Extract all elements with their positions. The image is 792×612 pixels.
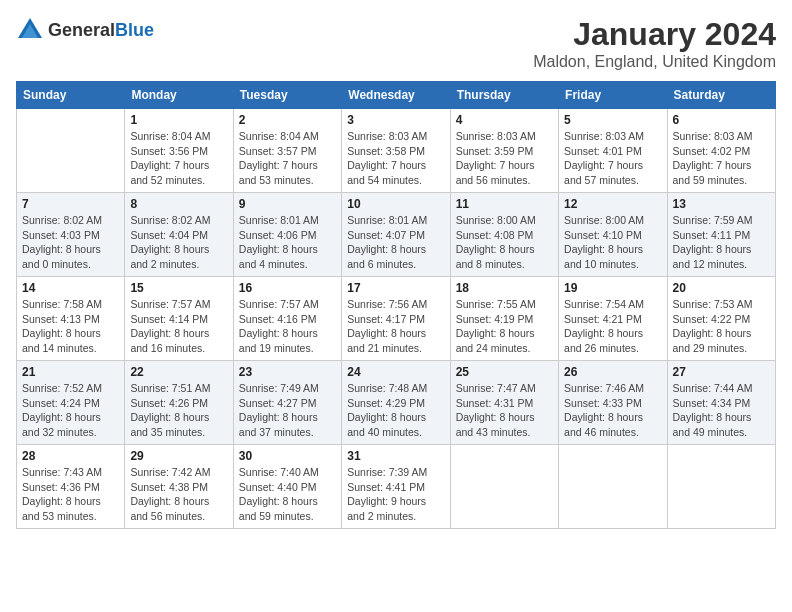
day-number: 3 xyxy=(347,113,444,127)
day-number: 24 xyxy=(347,365,444,379)
calendar-cell: 30Sunrise: 7:40 AMSunset: 4:40 PMDayligh… xyxy=(233,445,341,529)
day-number: 2 xyxy=(239,113,336,127)
cell-text: Sunrise: 7:44 AMSunset: 4:34 PMDaylight:… xyxy=(673,381,770,440)
calendar-cell: 23Sunrise: 7:49 AMSunset: 4:27 PMDayligh… xyxy=(233,361,341,445)
day-number: 15 xyxy=(130,281,227,295)
calendar-cell: 5Sunrise: 8:03 AMSunset: 4:01 PMDaylight… xyxy=(559,109,667,193)
logo-icon xyxy=(16,16,44,44)
header-row: SundayMondayTuesdayWednesdayThursdayFrid… xyxy=(17,82,776,109)
cell-text: Sunrise: 8:04 AMSunset: 3:56 PMDaylight:… xyxy=(130,129,227,188)
cell-text: Sunrise: 7:57 AMSunset: 4:16 PMDaylight:… xyxy=(239,297,336,356)
cell-text: Sunrise: 7:46 AMSunset: 4:33 PMDaylight:… xyxy=(564,381,661,440)
day-number: 20 xyxy=(673,281,770,295)
calendar-cell: 7Sunrise: 8:02 AMSunset: 4:03 PMDaylight… xyxy=(17,193,125,277)
calendar-cell: 19Sunrise: 7:54 AMSunset: 4:21 PMDayligh… xyxy=(559,277,667,361)
header-cell-monday: Monday xyxy=(125,82,233,109)
day-number: 5 xyxy=(564,113,661,127)
day-number: 27 xyxy=(673,365,770,379)
calendar-cell: 17Sunrise: 7:56 AMSunset: 4:17 PMDayligh… xyxy=(342,277,450,361)
cell-text: Sunrise: 8:03 AMSunset: 3:59 PMDaylight:… xyxy=(456,129,553,188)
calendar-row-1: 7Sunrise: 8:02 AMSunset: 4:03 PMDaylight… xyxy=(17,193,776,277)
calendar-cell: 21Sunrise: 7:52 AMSunset: 4:24 PMDayligh… xyxy=(17,361,125,445)
calendar-cell: 2Sunrise: 8:04 AMSunset: 3:57 PMDaylight… xyxy=(233,109,341,193)
calendar-cell: 29Sunrise: 7:42 AMSunset: 4:38 PMDayligh… xyxy=(125,445,233,529)
header-cell-sunday: Sunday xyxy=(17,82,125,109)
calendar-cell: 28Sunrise: 7:43 AMSunset: 4:36 PMDayligh… xyxy=(17,445,125,529)
header-cell-tuesday: Tuesday xyxy=(233,82,341,109)
logo: GeneralBlue xyxy=(16,16,154,44)
cell-text: Sunrise: 8:01 AMSunset: 4:07 PMDaylight:… xyxy=(347,213,444,272)
title-area: January 2024 Maldon, England, United Kin… xyxy=(533,16,776,71)
day-number: 19 xyxy=(564,281,661,295)
calendar-cell: 1Sunrise: 8:04 AMSunset: 3:56 PMDaylight… xyxy=(125,109,233,193)
logo-text-blue: Blue xyxy=(115,20,154,40)
header-cell-friday: Friday xyxy=(559,82,667,109)
cell-text: Sunrise: 7:47 AMSunset: 4:31 PMDaylight:… xyxy=(456,381,553,440)
month-title: January 2024 xyxy=(533,16,776,53)
calendar-cell xyxy=(17,109,125,193)
day-number: 10 xyxy=(347,197,444,211)
calendar-cell: 31Sunrise: 7:39 AMSunset: 4:41 PMDayligh… xyxy=(342,445,450,529)
cell-text: Sunrise: 7:57 AMSunset: 4:14 PMDaylight:… xyxy=(130,297,227,356)
header-cell-thursday: Thursday xyxy=(450,82,558,109)
day-number: 25 xyxy=(456,365,553,379)
logo-text-general: General xyxy=(48,20,115,40)
calendar-cell: 22Sunrise: 7:51 AMSunset: 4:26 PMDayligh… xyxy=(125,361,233,445)
cell-text: Sunrise: 7:39 AMSunset: 4:41 PMDaylight:… xyxy=(347,465,444,524)
calendar-cell: 10Sunrise: 8:01 AMSunset: 4:07 PMDayligh… xyxy=(342,193,450,277)
day-number: 13 xyxy=(673,197,770,211)
calendar-row-2: 14Sunrise: 7:58 AMSunset: 4:13 PMDayligh… xyxy=(17,277,776,361)
calendar-row-4: 28Sunrise: 7:43 AMSunset: 4:36 PMDayligh… xyxy=(17,445,776,529)
calendar-cell: 3Sunrise: 8:03 AMSunset: 3:58 PMDaylight… xyxy=(342,109,450,193)
day-number: 21 xyxy=(22,365,119,379)
header-cell-saturday: Saturday xyxy=(667,82,775,109)
calendar-cell: 13Sunrise: 7:59 AMSunset: 4:11 PMDayligh… xyxy=(667,193,775,277)
cell-text: Sunrise: 8:02 AMSunset: 4:04 PMDaylight:… xyxy=(130,213,227,272)
day-number: 18 xyxy=(456,281,553,295)
cell-text: Sunrise: 7:55 AMSunset: 4:19 PMDaylight:… xyxy=(456,297,553,356)
day-number: 26 xyxy=(564,365,661,379)
header-cell-wednesday: Wednesday xyxy=(342,82,450,109)
cell-text: Sunrise: 7:58 AMSunset: 4:13 PMDaylight:… xyxy=(22,297,119,356)
calendar-cell: 18Sunrise: 7:55 AMSunset: 4:19 PMDayligh… xyxy=(450,277,558,361)
day-number: 11 xyxy=(456,197,553,211)
day-number: 28 xyxy=(22,449,119,463)
cell-text: Sunrise: 7:54 AMSunset: 4:21 PMDaylight:… xyxy=(564,297,661,356)
cell-text: Sunrise: 7:42 AMSunset: 4:38 PMDaylight:… xyxy=(130,465,227,524)
cell-text: Sunrise: 7:52 AMSunset: 4:24 PMDaylight:… xyxy=(22,381,119,440)
cell-text: Sunrise: 8:00 AMSunset: 4:10 PMDaylight:… xyxy=(564,213,661,272)
calendar-cell: 26Sunrise: 7:46 AMSunset: 4:33 PMDayligh… xyxy=(559,361,667,445)
calendar-cell: 12Sunrise: 8:00 AMSunset: 4:10 PMDayligh… xyxy=(559,193,667,277)
day-number: 23 xyxy=(239,365,336,379)
day-number: 14 xyxy=(22,281,119,295)
calendar-cell: 11Sunrise: 8:00 AMSunset: 4:08 PMDayligh… xyxy=(450,193,558,277)
calendar-row-3: 21Sunrise: 7:52 AMSunset: 4:24 PMDayligh… xyxy=(17,361,776,445)
calendar-cell: 24Sunrise: 7:48 AMSunset: 4:29 PMDayligh… xyxy=(342,361,450,445)
day-number: 6 xyxy=(673,113,770,127)
cell-text: Sunrise: 8:03 AMSunset: 4:01 PMDaylight:… xyxy=(564,129,661,188)
cell-text: Sunrise: 7:40 AMSunset: 4:40 PMDaylight:… xyxy=(239,465,336,524)
cell-text: Sunrise: 7:49 AMSunset: 4:27 PMDaylight:… xyxy=(239,381,336,440)
day-number: 4 xyxy=(456,113,553,127)
cell-text: Sunrise: 8:03 AMSunset: 3:58 PMDaylight:… xyxy=(347,129,444,188)
cell-text: Sunrise: 8:01 AMSunset: 4:06 PMDaylight:… xyxy=(239,213,336,272)
cell-text: Sunrise: 7:48 AMSunset: 4:29 PMDaylight:… xyxy=(347,381,444,440)
cell-text: Sunrise: 8:03 AMSunset: 4:02 PMDaylight:… xyxy=(673,129,770,188)
calendar-cell: 27Sunrise: 7:44 AMSunset: 4:34 PMDayligh… xyxy=(667,361,775,445)
calendar-cell: 9Sunrise: 8:01 AMSunset: 4:06 PMDaylight… xyxy=(233,193,341,277)
day-number: 22 xyxy=(130,365,227,379)
calendar-cell: 25Sunrise: 7:47 AMSunset: 4:31 PMDayligh… xyxy=(450,361,558,445)
location-title: Maldon, England, United Kingdom xyxy=(533,53,776,71)
day-number: 9 xyxy=(239,197,336,211)
day-number: 7 xyxy=(22,197,119,211)
cell-text: Sunrise: 7:59 AMSunset: 4:11 PMDaylight:… xyxy=(673,213,770,272)
calendar-cell xyxy=(667,445,775,529)
calendar-cell: 20Sunrise: 7:53 AMSunset: 4:22 PMDayligh… xyxy=(667,277,775,361)
cell-text: Sunrise: 8:00 AMSunset: 4:08 PMDaylight:… xyxy=(456,213,553,272)
day-number: 12 xyxy=(564,197,661,211)
cell-text: Sunrise: 7:43 AMSunset: 4:36 PMDaylight:… xyxy=(22,465,119,524)
cell-text: Sunrise: 8:04 AMSunset: 3:57 PMDaylight:… xyxy=(239,129,336,188)
calendar-cell: 14Sunrise: 7:58 AMSunset: 4:13 PMDayligh… xyxy=(17,277,125,361)
calendar-table: SundayMondayTuesdayWednesdayThursdayFrid… xyxy=(16,81,776,529)
calendar-cell xyxy=(559,445,667,529)
